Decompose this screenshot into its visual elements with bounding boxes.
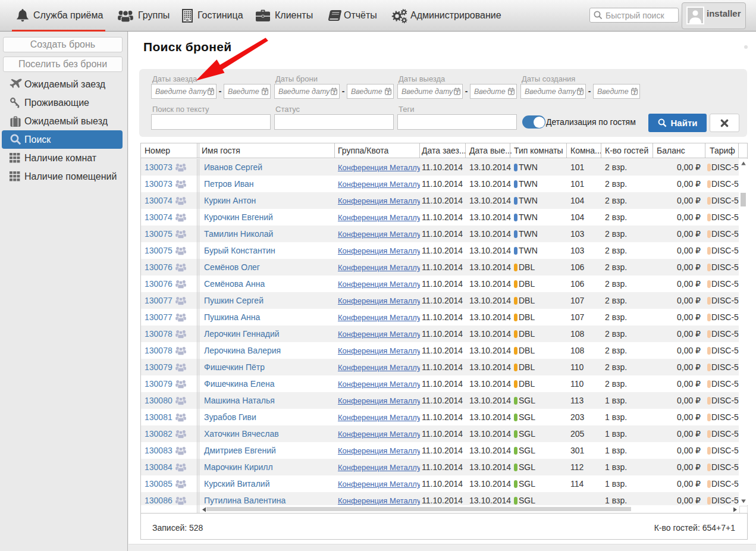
svg-text:7: 7 [264,90,266,95]
svg-text:7: 7 [333,90,335,95]
svg-text:7: 7 [387,90,390,95]
svg-text:7: 7 [579,90,582,95]
svg-text:7: 7 [210,90,212,95]
svg-text:7: 7 [633,90,636,95]
svg-text:7: 7 [510,90,513,95]
svg-text:7: 7 [456,90,459,95]
